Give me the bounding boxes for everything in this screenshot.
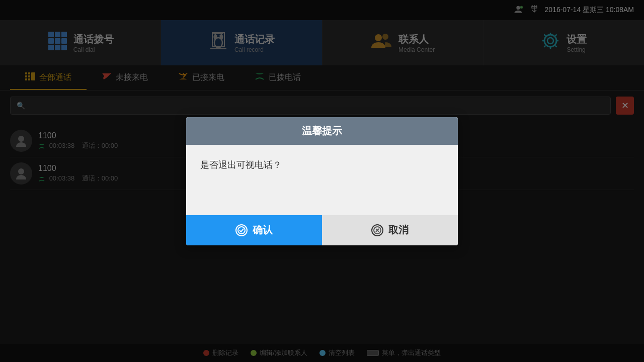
modal-body: 是否退出可视电话？ <box>186 145 458 215</box>
svg-point-29 <box>238 227 245 234</box>
confirm-button[interactable]: 确认 <box>186 215 322 245</box>
cancel-label: 取消 <box>388 223 409 237</box>
modal-title: 温馨提示 <box>302 125 342 136</box>
confirm-icon <box>235 224 248 236</box>
modal-message: 是否退出可视电话？ <box>200 160 282 170</box>
modal-overlay: 温馨提示 是否退出可视电话？ 确认 <box>0 0 644 362</box>
modal-dialog: 温馨提示 是否退出可视电话？ 确认 <box>186 117 458 245</box>
cancel-icon <box>371 224 383 236</box>
modal-header: 温馨提示 <box>186 117 458 145</box>
confirm-label: 确认 <box>253 223 273 237</box>
cancel-button[interactable]: 取消 <box>322 215 458 245</box>
modal-footer: 确认 取消 <box>186 215 458 245</box>
